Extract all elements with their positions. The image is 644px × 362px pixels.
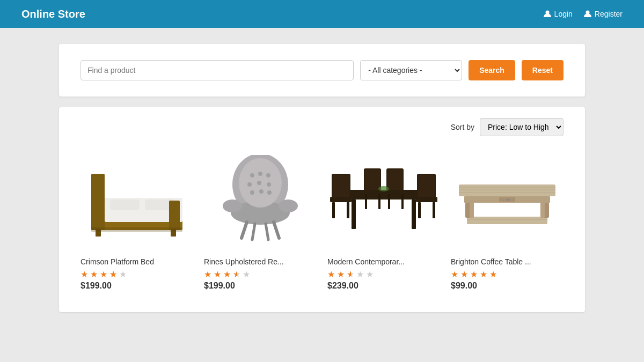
- svg-rect-33: [333, 175, 349, 197]
- star-2-5: ★: [243, 269, 251, 278]
- svg-rect-63: [540, 203, 545, 218]
- svg-rect-35: [332, 202, 335, 218]
- svg-rect-3: [91, 174, 105, 230]
- star-3-4: ★: [356, 269, 365, 278]
- svg-rect-43: [365, 169, 380, 190]
- product-price-2: $199.00: [204, 281, 317, 291]
- star-1-3: ★: [100, 269, 108, 278]
- svg-rect-10: [91, 227, 182, 232]
- svg-point-19: [267, 182, 271, 187]
- star-4-5: ★: [489, 269, 498, 278]
- svg-point-16: [266, 173, 270, 178]
- svg-line-27: [252, 224, 255, 240]
- user-icon-register: [583, 10, 592, 18]
- svg-rect-49: [378, 194, 380, 209]
- product-name-3: Modern Contemporar...: [327, 257, 440, 266]
- svg-point-18: [257, 181, 261, 185]
- user-icon-login: [543, 10, 552, 18]
- svg-point-17: [247, 182, 252, 187]
- svg-point-21: [259, 189, 264, 194]
- product-card-1[interactable]: Crimson Platform Bed ★ ★ ★ ★★ ★ $199.00: [80, 152, 193, 291]
- svg-point-24: [279, 200, 298, 212]
- search-button[interactable]: Search: [469, 60, 515, 80]
- product-image-wrapper-3: [327, 152, 440, 249]
- reset-button[interactable]: Reset: [522, 60, 564, 80]
- product-image-bed: [80, 158, 193, 243]
- star-3-2: ★: [337, 269, 346, 278]
- stars-3: ★ ★ ★★ ★ ★: [327, 269, 440, 278]
- svg-rect-30: [352, 200, 356, 229]
- svg-rect-5: [110, 200, 140, 210]
- product-name-4: Brighton Coffee Table ...: [451, 257, 564, 266]
- product-card-2[interactable]: Rines Upholstered Re... ★ ★ ★ ★★ ★ $199.…: [204, 152, 317, 291]
- main-content: - All categories - Beds Chairs Tables Co…: [0, 28, 644, 328]
- star-2-1: ★: [204, 269, 213, 278]
- product-image-dining: [327, 155, 440, 246]
- svg-rect-46: [362, 190, 382, 194]
- sort-label: Sort by: [451, 123, 474, 131]
- product-card-3[interactable]: Modern Contemporar... ★ ★ ★★ ★ ★ $239.00: [327, 152, 440, 291]
- star-1-5: ★: [119, 269, 128, 278]
- svg-rect-65: [506, 199, 509, 201]
- star-3-1: ★: [327, 269, 336, 278]
- star-1-2: ★: [90, 269, 99, 278]
- product-name-2: Rines Upholstered Re...: [204, 257, 317, 266]
- svg-rect-45: [387, 169, 402, 190]
- svg-rect-40: [418, 202, 421, 218]
- star-4-4: ★: [480, 269, 488, 278]
- product-image-chair: [217, 155, 303, 246]
- product-name-1: Crimson Platform Bed: [80, 257, 193, 266]
- sort-select[interactable]: Price: Low to High Price: High to Low Ra…: [480, 118, 564, 136]
- svg-rect-47: [385, 190, 405, 194]
- svg-point-15: [258, 172, 262, 176]
- svg-point-14: [250, 173, 254, 178]
- search-panel: - All categories - Beds Chairs Tables Co…: [59, 44, 585, 97]
- star-4-3: ★: [470, 269, 479, 278]
- product-price-3: $239.00: [327, 281, 440, 291]
- star-3-5: ★: [366, 269, 375, 278]
- login-link[interactable]: Login: [543, 10, 573, 18]
- star-4-1: ★: [451, 269, 459, 278]
- star-2-3: ★: [223, 269, 232, 278]
- stars-2: ★ ★ ★ ★★ ★: [204, 269, 317, 278]
- star-1-1: ★: [80, 269, 89, 278]
- svg-rect-53: [459, 184, 555, 196]
- product-grid: Crimson Platform Bed ★ ★ ★ ★★ ★ $199.00: [80, 152, 564, 291]
- star-4-2: ★: [460, 269, 469, 278]
- svg-rect-50: [388, 194, 390, 209]
- category-select[interactable]: - All categories - Beds Chairs Tables Co…: [360, 60, 462, 80]
- sort-bar: Sort by Price: Low to High Price: High t…: [80, 118, 564, 136]
- product-image-wrapper-4: [451, 152, 564, 249]
- svg-rect-38: [418, 175, 435, 197]
- star-2-4: ★★: [233, 269, 241, 278]
- svg-rect-51: [401, 194, 404, 209]
- register-link[interactable]: Register: [583, 10, 623, 18]
- product-image-wrapper-1: [80, 152, 193, 249]
- svg-line-28: [266, 224, 268, 240]
- star-3-3: ★★: [347, 269, 355, 278]
- product-price-4: $99.00: [451, 281, 564, 291]
- svg-rect-34: [330, 197, 352, 202]
- product-image-wrapper-2: [204, 152, 317, 249]
- product-card-4[interactable]: Brighton Coffee Table ... ★ ★ ★ ★ ★ $99.…: [451, 152, 564, 291]
- search-input[interactable]: [80, 60, 354, 80]
- header-nav: Login Register: [543, 10, 623, 18]
- svg-rect-62: [470, 203, 474, 218]
- svg-point-23: [223, 200, 242, 212]
- svg-rect-48: [365, 194, 367, 209]
- svg-point-52: [378, 186, 389, 191]
- products-panel: Sort by Price: Low to High Price: High t…: [59, 107, 585, 312]
- header: Online Store Login Register: [0, 0, 644, 28]
- star-1-4: ★★: [109, 269, 118, 278]
- svg-rect-41: [433, 202, 435, 218]
- product-image-coffee-table: [453, 160, 561, 241]
- stars-4: ★ ★ ★ ★ ★: [451, 269, 564, 278]
- svg-line-26: [274, 222, 279, 238]
- svg-point-20: [250, 190, 254, 195]
- svg-rect-39: [416, 197, 437, 202]
- product-price-1: $199.00: [80, 281, 193, 291]
- stars-1: ★ ★ ★ ★★ ★: [80, 269, 193, 278]
- svg-rect-36: [347, 202, 349, 218]
- site-title: Online Store: [21, 8, 85, 20]
- svg-rect-58: [467, 217, 547, 224]
